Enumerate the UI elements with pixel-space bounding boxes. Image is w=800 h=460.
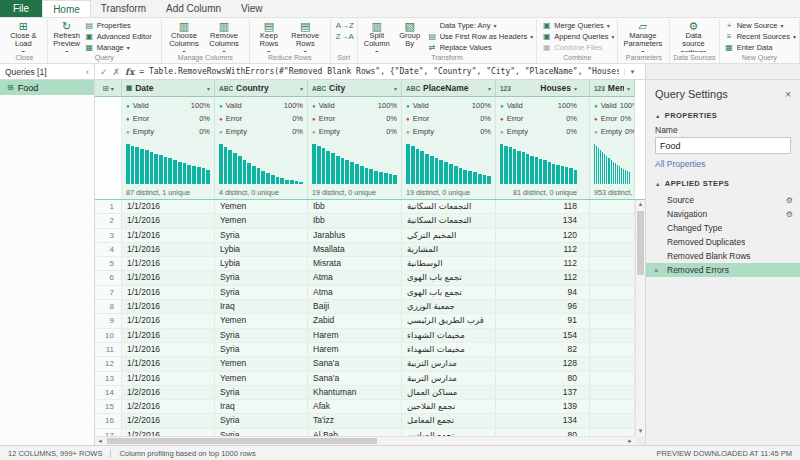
delete-step-icon[interactable]: × xyxy=(654,266,663,275)
filter-arrow-icon[interactable]: ▾ xyxy=(627,85,630,92)
cell-placename[interactable]: تجمع الفلاحين xyxy=(402,400,496,414)
table-row[interactable]: 15 1/2/2016 Iraq Afak تجمع الفلاحين 139 xyxy=(95,400,645,414)
cell-date[interactable]: 1/1/2016 xyxy=(122,300,215,314)
cell-placename[interactable]: الوسطانية xyxy=(402,257,496,271)
cell-houses[interactable]: 128 xyxy=(496,357,590,371)
cell-city[interactable]: Atma xyxy=(308,286,402,300)
ribbon-button[interactable]: ▣ Merge Queries ▾ xyxy=(542,20,614,30)
column-type-icon[interactable]: ▦ xyxy=(126,84,132,92)
table-row[interactable]: 10 1/1/2016 Syria Harem مخيمات الشهداء 1… xyxy=(95,329,645,343)
row-number[interactable]: 1 xyxy=(95,200,122,214)
row-number[interactable]: 16 xyxy=(95,414,122,428)
table-row[interactable]: 1 1/1/2016 Yemen Ibb التجمعات السكانية 1… xyxy=(95,200,645,214)
cell-date[interactable]: 1/1/2016 xyxy=(122,314,215,328)
column-header[interactable]: ABC Country ▾ xyxy=(215,80,308,97)
cell-city[interactable]: Misrata xyxy=(308,257,402,271)
ribbon-tab[interactable]: View xyxy=(231,0,273,17)
horizontal-scrollbar[interactable]: ◄ ► xyxy=(95,436,635,445)
column-type-icon[interactable]: ABC xyxy=(406,85,420,92)
cell-date[interactable]: 1/1/2016 xyxy=(122,329,215,343)
ribbon-button[interactable]: ⊞ Close & Load ▾ xyxy=(5,19,42,52)
cancel-icon[interactable]: ✗ xyxy=(113,67,121,77)
row-number[interactable]: 7 xyxy=(95,286,122,300)
tab-file[interactable]: File xyxy=(0,0,42,17)
ribbon-button[interactable]: ▥ Split Column ▾ xyxy=(361,19,393,52)
table-row[interactable]: 7 1/1/2016 Syria Atma تجمع باب الهوى 94 xyxy=(95,286,645,300)
cell-country[interactable]: Yemen xyxy=(215,200,308,214)
cell-city[interactable]: Khantuman xyxy=(308,386,402,400)
row-number[interactable]: 6 xyxy=(95,271,122,285)
cell-members[interactable] xyxy=(590,300,635,314)
ribbon-button[interactable]: ⚙ Data source settings ▾ xyxy=(673,19,713,52)
filter-arrow-icon[interactable]: ▾ xyxy=(207,85,210,92)
row-number[interactable]: 2 xyxy=(95,214,122,228)
cell-houses[interactable]: 94 xyxy=(496,286,590,300)
table-row[interactable]: 2 1/1/2016 Yemen Ibb التجمعات السكانية 1… xyxy=(95,214,645,228)
table-row[interactable]: 16 1/2/2016 Syria Ta'izz تجمع المعامل 13… xyxy=(95,414,645,428)
cell-houses[interactable]: 82 xyxy=(496,343,590,357)
status-profiling-note[interactable]: Column profiling based on top 1000 rows xyxy=(119,449,255,458)
cell-houses[interactable]: 134 xyxy=(496,414,590,428)
row-number[interactable]: 4 xyxy=(95,243,122,257)
vertical-scroll-thumb[interactable] xyxy=(637,211,644,275)
cell-city[interactable]: Zabid xyxy=(308,314,402,328)
cell-city[interactable]: Jarablus xyxy=(308,229,402,243)
expand-formula-icon[interactable]: ▾ xyxy=(624,68,640,76)
table-row[interactable]: 8 1/1/2016 Iraq Baiji جمعية الوزري 96 xyxy=(95,300,645,314)
row-number[interactable]: 11 xyxy=(95,343,122,357)
cell-placename[interactable]: تجمع باب الهوى xyxy=(402,286,496,300)
ribbon-button[interactable]: ⇄ Replace Values ▾ xyxy=(428,42,534,52)
cell-houses[interactable]: 120 xyxy=(496,229,590,243)
applied-step[interactable]: × Changed Type ⚙ xyxy=(646,221,800,235)
cell-placename[interactable]: قرب الطريق الرئيسي xyxy=(402,314,496,328)
cell-city[interactable]: Afak xyxy=(308,400,402,414)
vertical-scrollbar[interactable]: ▲ ▼ xyxy=(635,200,645,436)
cell-country[interactable]: Lybia xyxy=(215,257,308,271)
cell-country[interactable]: Syria xyxy=(215,329,308,343)
cell-members[interactable] xyxy=(590,386,635,400)
cell-members[interactable] xyxy=(590,329,635,343)
cell-members[interactable] xyxy=(590,243,635,257)
cell-date[interactable]: 1/2/2016 xyxy=(122,386,215,400)
cell-houses[interactable]: 96 xyxy=(496,300,590,314)
cell-city[interactable]: Harem xyxy=(308,329,402,343)
cell-placename[interactable]: المشارية xyxy=(402,243,496,257)
cell-city[interactable]: Ibb xyxy=(308,214,402,228)
cell-houses[interactable]: 112 xyxy=(496,271,590,285)
cell-members[interactable] xyxy=(590,357,635,371)
cell-city[interactable]: Sana'a xyxy=(308,357,402,371)
filter-arrow-icon[interactable]: ▾ xyxy=(488,85,491,92)
cell-date[interactable]: 1/1/2016 xyxy=(122,271,215,285)
ribbon-button[interactable]: ▤ Properties ▾ xyxy=(85,20,158,30)
ribbon-tab[interactable]: Transform xyxy=(91,0,156,17)
cell-members[interactable] xyxy=(590,214,635,228)
cell-placename[interactable]: مساكن العمال xyxy=(402,386,496,400)
ribbon-button[interactable]: Data Type: Any ▾ xyxy=(428,20,534,30)
filter-arrow-icon[interactable]: ▾ xyxy=(394,85,397,92)
cell-placename[interactable]: تجمع باب الهوى xyxy=(402,271,496,285)
cell-houses[interactable]: 80 xyxy=(496,372,590,386)
cell-placename[interactable]: مخيمات الشهداء xyxy=(402,343,496,357)
cell-houses[interactable]: 139 xyxy=(496,400,590,414)
commit-icon[interactable]: ✓ xyxy=(100,67,108,77)
cell-country[interactable]: Yemen xyxy=(215,357,308,371)
row-number[interactable]: 13 xyxy=(95,372,122,386)
row-number[interactable]: 3 xyxy=(95,229,122,243)
table-row[interactable]: 6 1/1/2016 Syria Atma تجمع باب الهوى 112 xyxy=(95,271,645,285)
row-number[interactable]: 14 xyxy=(95,386,122,400)
cell-date[interactable]: 1/1/2016 xyxy=(122,286,215,300)
scroll-down-icon[interactable]: ▼ xyxy=(638,427,644,436)
applied-step[interactable]: × Source ⚙ xyxy=(646,193,800,207)
cell-country[interactable]: Yemen xyxy=(215,214,308,228)
column-header[interactable]: ▦ Date ▾ xyxy=(122,80,215,97)
ribbon-button[interactable]: ▤ Keep Rows ▾ xyxy=(253,19,285,52)
ribbon-button[interactable]: + New Source ▾ xyxy=(725,20,796,30)
table-row[interactable]: 4 1/1/2016 Lybia Msallata المشارية 112 xyxy=(95,243,645,257)
column-header[interactable]: 123 Houses ▾ xyxy=(496,80,590,97)
filter-arrow-icon[interactable]: ▾ xyxy=(574,85,577,92)
cell-date[interactable]: 1/1/2016 xyxy=(122,214,215,228)
scroll-left-icon[interactable]: ◄ xyxy=(95,438,105,444)
column-header[interactable]: 123 Members ▾ xyxy=(590,80,635,97)
cell-city[interactable]: Msallata xyxy=(308,243,402,257)
cell-country[interactable]: Yemen xyxy=(215,372,308,386)
